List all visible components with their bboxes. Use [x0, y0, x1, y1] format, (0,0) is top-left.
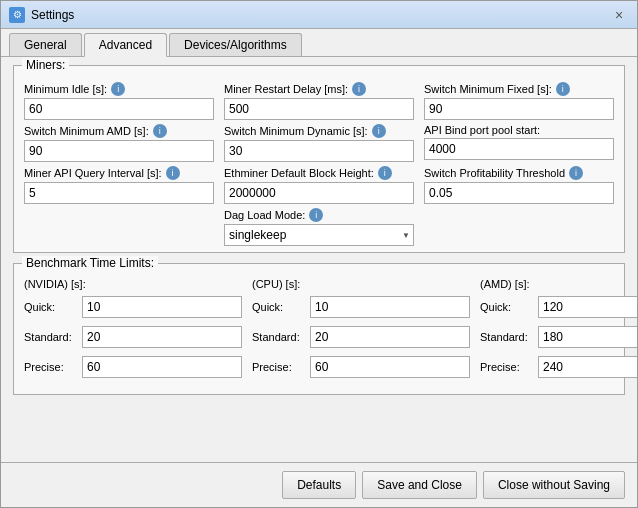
input-nvidia-precise[interactable] — [82, 356, 242, 378]
bench-nvidia-precise-label: Precise: — [24, 361, 82, 373]
dag-select-wrapper: singlekeep parallel sequential — [224, 224, 414, 246]
save-close-button[interactable]: Save and Close — [362, 471, 477, 499]
select-dag-load-mode[interactable]: singlekeep parallel sequential — [224, 224, 414, 246]
close-window-button[interactable]: × — [609, 5, 629, 25]
input-nvidia-quick[interactable] — [82, 296, 242, 318]
field-switch-min-dynamic: Switch Minimum Dynamic [s]: i — [224, 124, 414, 162]
benchmark-title: Benchmark Time Limits: — [22, 256, 158, 270]
settings-window: ⚙ Settings × General Advanced Devices/Al… — [0, 0, 638, 508]
field-miner-restart-delay: Miner Restart Delay [ms]: i — [224, 82, 414, 120]
label-switch-profitability: Switch Profitability Threshold i — [424, 166, 614, 180]
label-api-bind-port: API Bind port pool start: — [424, 124, 614, 136]
content-area: Miners: Minimum Idle [s]: i Miner Restar… — [1, 57, 637, 462]
bench-cpu-precise-label: Precise: — [252, 361, 310, 373]
info-icon-miner-api-query[interactable]: i — [166, 166, 180, 180]
bench-amd-label: (AMD) [s]: — [480, 278, 637, 290]
label-miner-restart-delay: Miner Restart Delay [ms]: i — [224, 82, 414, 96]
field-ethminer-block-height: Ethminer Default Block Height: i — [224, 166, 414, 204]
input-miner-restart-delay[interactable] — [224, 98, 414, 120]
input-ethminer-block-height[interactable] — [224, 182, 414, 204]
close-without-saving-button[interactable]: Close without Saving — [483, 471, 625, 499]
bench-amd-precise-label: Precise: — [480, 361, 538, 373]
input-switch-min-dynamic[interactable] — [224, 140, 414, 162]
tab-general[interactable]: General — [9, 33, 82, 56]
bench-cpu-label: (CPU) [s]: — [252, 278, 470, 290]
bench-cpu-col: (CPU) [s]: Quick: Standard: Precise: — [252, 278, 470, 386]
input-amd-quick[interactable] — [538, 296, 637, 318]
bench-nvidia-quick-label: Quick: — [24, 301, 82, 313]
bench-cpu-quick: Quick: — [252, 296, 470, 318]
field-api-bind-port: API Bind port pool start: — [424, 124, 614, 162]
bench-amd-col: (AMD) [s]: Quick: Standard: Precise: — [480, 278, 637, 386]
input-nvidia-standard[interactable] — [82, 326, 242, 348]
input-cpu-precise[interactable] — [310, 356, 470, 378]
bench-amd-quick-label: Quick: — [480, 301, 538, 313]
tab-advanced[interactable]: Advanced — [84, 33, 167, 57]
title-bar: ⚙ Settings × — [1, 1, 637, 29]
bench-nvidia-col: (NVIDIA) [s]: Quick: Standard: Precise: — [24, 278, 242, 386]
label-min-idle: Minimum Idle [s]: i — [24, 82, 214, 96]
tab-devices[interactable]: Devices/Algorithms — [169, 33, 302, 56]
bench-cpu-standard-label: Standard: — [252, 331, 310, 343]
field-switch-profitability: Switch Profitability Threshold i — [424, 166, 614, 204]
benchmark-section: Benchmark Time Limits: (NVIDIA) [s]: Qui… — [13, 263, 625, 395]
bench-nvidia-label: (NVIDIA) [s]: — [24, 278, 242, 290]
field-switch-min-amd: Switch Minimum AMD [s]: i — [24, 124, 214, 162]
input-amd-precise[interactable] — [538, 356, 637, 378]
label-switch-min-dynamic: Switch Minimum Dynamic [s]: i — [224, 124, 414, 138]
label-miner-api-query: Miner API Query Interval [s]: i — [24, 166, 214, 180]
tab-bar: General Advanced Devices/Algorithms — [1, 29, 637, 57]
info-icon-min-idle[interactable]: i — [111, 82, 125, 96]
footer: Defaults Save and Close Close without Sa… — [1, 462, 637, 507]
info-icon-switch-profitability[interactable]: i — [569, 166, 583, 180]
input-miner-api-query[interactable] — [24, 182, 214, 204]
input-switch-profitability[interactable] — [424, 182, 614, 204]
info-icon-miner-restart[interactable]: i — [352, 82, 366, 96]
info-icon-dag-load-mode[interactable]: i — [309, 208, 323, 222]
info-icon-switch-min-amd[interactable]: i — [153, 124, 167, 138]
window-title: Settings — [31, 8, 609, 22]
info-icon-switch-min-dynamic[interactable]: i — [372, 124, 386, 138]
input-cpu-quick[interactable] — [310, 296, 470, 318]
defaults-button[interactable]: Defaults — [282, 471, 356, 499]
field-min-idle: Minimum Idle [s]: i — [24, 82, 214, 120]
field-switch-min-fixed: Switch Minimum Fixed [s]: i — [424, 82, 614, 120]
field-dag-load-mode: Dag Load Mode: i singlekeep parallel seq… — [224, 208, 414, 246]
bench-nvidia-standard: Standard: — [24, 326, 242, 348]
info-icon-ethminer-block-height[interactable]: i — [378, 166, 392, 180]
label-ethminer-block-height: Ethminer Default Block Height: i — [224, 166, 414, 180]
bench-nvidia-quick: Quick: — [24, 296, 242, 318]
bench-amd-standard: Standard: — [480, 326, 637, 348]
bench-cpu-standard: Standard: — [252, 326, 470, 348]
input-switch-min-fixed[interactable] — [424, 98, 614, 120]
field-miner-api-query: Miner API Query Interval [s]: i — [24, 166, 214, 204]
miners-section: Miners: Minimum Idle [s]: i Miner Restar… — [13, 65, 625, 253]
input-cpu-standard[interactable] — [310, 326, 470, 348]
info-icon-switch-min-fixed[interactable]: i — [556, 82, 570, 96]
label-switch-min-fixed: Switch Minimum Fixed [s]: i — [424, 82, 614, 96]
bench-amd-quick: Quick: — [480, 296, 637, 318]
window-icon: ⚙ — [9, 7, 25, 23]
bench-cpu-quick-label: Quick: — [252, 301, 310, 313]
label-dag-load-mode: Dag Load Mode: i — [224, 208, 414, 222]
bench-nvidia-standard-label: Standard: — [24, 331, 82, 343]
input-switch-min-amd[interactable] — [24, 140, 214, 162]
bench-amd-precise: Precise: — [480, 356, 637, 378]
miners-title: Miners: — [22, 58, 69, 72]
input-api-bind-port[interactable] — [424, 138, 614, 160]
bench-cpu-precise: Precise: — [252, 356, 470, 378]
label-switch-min-amd: Switch Minimum AMD [s]: i — [24, 124, 214, 138]
input-amd-standard[interactable] — [538, 326, 637, 348]
input-min-idle[interactable] — [24, 98, 214, 120]
bench-amd-standard-label: Standard: — [480, 331, 538, 343]
bench-nvidia-precise: Precise: — [24, 356, 242, 378]
